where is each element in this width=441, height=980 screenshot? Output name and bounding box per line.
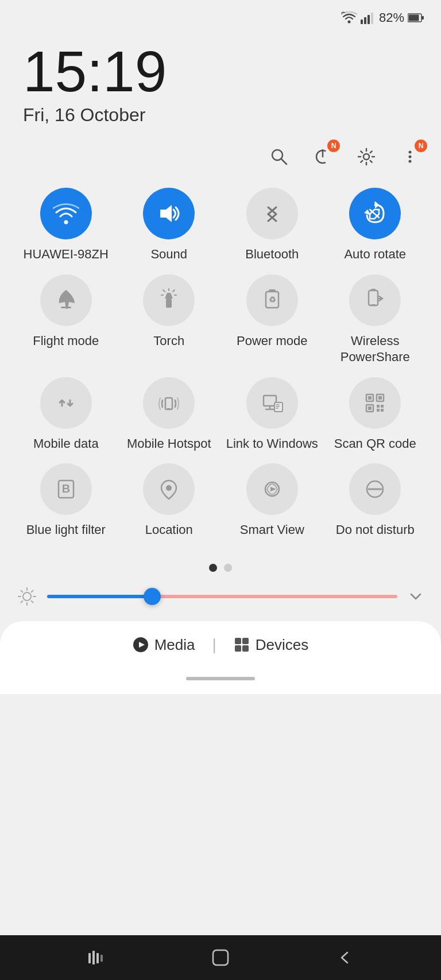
- qs-flightmode[interactable]: Flight mode: [17, 274, 115, 366]
- qs-donotdisturb[interactable]: Do not disturb: [327, 463, 424, 539]
- settings-button[interactable]: [353, 143, 380, 171]
- svg-rect-29: [371, 304, 376, 306]
- home-indicator: [0, 672, 441, 688]
- svg-marker-51: [270, 487, 276, 491]
- scanqr-label: Scan QR code: [334, 436, 416, 452]
- clock-date: Fri, 16 October: [23, 104, 418, 126]
- svg-rect-68: [242, 645, 249, 652]
- powermode-label: Power mode: [237, 333, 308, 350]
- toolbar: N N: [0, 131, 441, 176]
- power-button[interactable]: N: [309, 143, 336, 171]
- flightmode-icon-circle: [40, 274, 92, 326]
- qs-autorotate[interactable]: Auto rotate: [327, 188, 424, 263]
- flightmode-icon: [53, 287, 79, 313]
- svg-point-54: [23, 592, 31, 601]
- powermode-icon-circle: ♻: [246, 274, 298, 326]
- svg-rect-7: [409, 15, 419, 21]
- battery-percentage: 82%: [379, 10, 404, 25]
- smartview-icon-circle: [246, 463, 298, 515]
- brightness-expand-button[interactable]: [408, 588, 424, 605]
- svg-line-61: [32, 590, 33, 592]
- battery-icon: [408, 13, 424, 23]
- bluelightfilter-label: Blue light filter: [26, 522, 106, 539]
- qs-scanqr[interactable]: Scan QR code: [327, 377, 424, 452]
- donotdisturb-icon-circle: [349, 463, 401, 515]
- svg-rect-1: [361, 20, 363, 24]
- bluetooth-icon: [259, 200, 285, 227]
- svg-point-16: [64, 220, 68, 224]
- sound-icon: [156, 200, 182, 227]
- bottom-panel: Media | Devices: [0, 621, 441, 694]
- qs-smartview[interactable]: Smart View: [223, 463, 321, 539]
- qs-powermode[interactable]: ♻ Power mode: [223, 274, 321, 366]
- svg-point-13: [409, 151, 412, 154]
- devices-button[interactable]: Devices: [222, 632, 320, 659]
- bluelightfilter-icon-circle: B: [40, 463, 92, 515]
- brightness-slider[interactable]: [47, 595, 397, 598]
- svg-rect-45: [377, 409, 380, 412]
- linktowindows-icon: [259, 390, 285, 416]
- qs-wifi[interactable]: HUAWEI-98ZH: [17, 188, 115, 263]
- wifi-icon-circle: [40, 188, 92, 239]
- media-separator: |: [212, 636, 216, 654]
- qs-bluelightfilter[interactable]: B Blue light filter: [17, 463, 115, 539]
- donotdisturb-icon: [362, 476, 388, 502]
- svg-rect-6: [421, 16, 424, 20]
- qs-torch[interactable]: Torch: [121, 274, 218, 366]
- recent-apps-button[interactable]: [87, 948, 106, 967]
- clock-time: 15:19: [23, 42, 418, 100]
- smartview-icon: [259, 476, 285, 502]
- mobiledata-icon: [53, 390, 79, 416]
- flightmode-label: Flight mode: [33, 333, 99, 350]
- power-badge: N: [327, 140, 340, 152]
- svg-rect-69: [88, 953, 91, 963]
- search-button[interactable]: [265, 143, 293, 171]
- devices-icon: [234, 637, 250, 653]
- qs-linktowindows[interactable]: Link to Windows: [223, 377, 321, 452]
- svg-rect-28: [371, 289, 376, 291]
- qs-location[interactable]: Location: [121, 463, 218, 539]
- svg-line-60: [32, 601, 33, 603]
- qs-bluetooth[interactable]: Bluetooth: [223, 188, 321, 263]
- wifi-label: HUAWEI-98ZH: [24, 246, 109, 263]
- media-label: Media: [154, 636, 195, 654]
- bluetooth-icon-circle: [246, 188, 298, 239]
- qs-sound[interactable]: Sound: [121, 188, 218, 263]
- page-dots: [0, 550, 441, 581]
- mobilehotspot-label: Mobile Hotspot: [127, 436, 211, 452]
- brightness-thumb[interactable]: [144, 588, 161, 605]
- svg-line-59: [21, 590, 23, 592]
- status-bar: 82%: [0, 0, 441, 31]
- media-button[interactable]: Media: [121, 632, 207, 659]
- search-icon: [270, 148, 288, 166]
- svg-rect-32: [167, 408, 171, 410]
- wirelesspowershare-label: Wireless PowerShare: [327, 333, 424, 366]
- page-dot-1[interactable]: [224, 564, 232, 572]
- clock-section: 15:19 Fri, 16 October: [0, 31, 441, 131]
- more-button[interactable]: N: [396, 143, 424, 171]
- autorotate-icon-circle: [349, 188, 401, 239]
- svg-point-14: [409, 156, 412, 158]
- torch-icon-circle: [143, 274, 195, 326]
- svg-rect-22: [61, 307, 71, 308]
- back-button[interactable]: [335, 948, 354, 967]
- qs-wirelesspowershare[interactable]: Wireless PowerShare: [327, 274, 424, 366]
- qs-mobilehotspot[interactable]: Mobile Hotspot: [121, 377, 218, 452]
- location-icon: [156, 476, 182, 502]
- svg-rect-4: [371, 13, 373, 24]
- page-dot-0[interactable]: [209, 564, 217, 572]
- location-icon-circle: [143, 463, 195, 515]
- bluelightfilter-icon: B: [53, 476, 79, 502]
- qs-mobiledata[interactable]: Mobile data: [17, 377, 115, 452]
- scanqr-icon-circle: [349, 377, 401, 429]
- wirelesspowershare-icon: [362, 287, 388, 313]
- bluetooth-label: Bluetooth: [245, 246, 299, 263]
- svg-rect-43: [377, 405, 380, 408]
- nav-bar: [0, 935, 441, 980]
- devices-label: Devices: [256, 636, 308, 654]
- powermode-icon: ♻: [259, 287, 285, 313]
- settings-icon: [357, 148, 376, 166]
- linktowindows-label: Link to Windows: [226, 436, 318, 452]
- autorotate-icon: [362, 200, 388, 227]
- home-button[interactable]: [211, 948, 230, 967]
